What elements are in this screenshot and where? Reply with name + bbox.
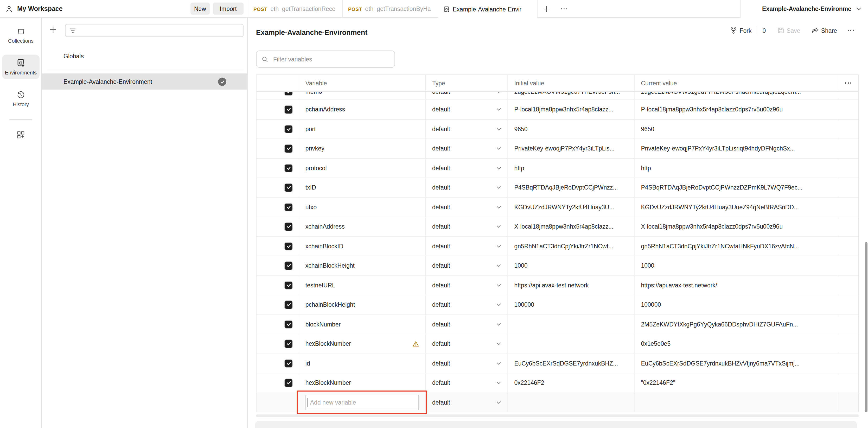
- sidebar-item-history[interactable]: History: [2, 91, 39, 107]
- type-select[interactable]: default: [432, 107, 450, 113]
- variable-name[interactable]: id: [306, 360, 310, 367]
- row-checkbox[interactable]: [285, 164, 292, 172]
- current-value[interactable]: 2M5ZeKWDYfXkgPg6YyQyka66DDsphvDHtZ7GUFAu…: [641, 315, 832, 334]
- row-checkbox[interactable]: [285, 360, 292, 367]
- type-select[interactable]: default: [432, 380, 450, 386]
- variable-name[interactable]: testnetURL: [306, 282, 335, 288]
- current-value[interactable]: https://api.avax-test.network/: [641, 276, 832, 295]
- initial-value[interactable]: X-local18jma8ppw3nhx5r4ap8clazz...: [514, 217, 628, 236]
- variables-filter-box[interactable]: [256, 51, 395, 68]
- new-tab-button[interactable]: [537, 0, 555, 18]
- workspace-switcher[interactable]: My Workspace: [5, 0, 63, 18]
- current-value[interactable]: 1000: [641, 256, 832, 275]
- tab-environment-active[interactable]: Example-Avalanche-Envir: [438, 0, 537, 18]
- current-value[interactable]: PrivateKey-ewoqjP7PxY4yr3iLTpLisriqt94hd…: [641, 139, 832, 158]
- environment-selector[interactable]: Example-Avalanche-Environme: [740, 0, 868, 18]
- row-checkbox[interactable]: [285, 340, 292, 347]
- row-checkbox[interactable]: [285, 106, 292, 113]
- type-select[interactable]: default: [432, 184, 450, 191]
- sidebar-item-environments[interactable]: Environments: [2, 55, 39, 79]
- environment-filter-input[interactable]: [76, 27, 239, 34]
- row-checkbox[interactable]: [285, 92, 292, 95]
- vertical-scrollbar-thumb[interactable]: [865, 242, 867, 412]
- row-checkbox[interactable]: [285, 184, 292, 191]
- current-value[interactable]: P4SBqRTDAqJBjeRoDvptCCjPWnzzDZPmK9L7WQ7F…: [641, 178, 832, 197]
- variable-name[interactable]: xchainBlockID: [306, 243, 343, 249]
- variable-name[interactable]: pchainAddress: [306, 107, 345, 113]
- initial-value[interactable]: https://api.avax-test.network: [514, 276, 628, 295]
- type-select[interactable]: default: [432, 126, 450, 132]
- sidebar-item-collections[interactable]: Collections: [2, 27, 39, 44]
- initial-value[interactable]: [514, 334, 628, 353]
- type-select[interactable]: default: [432, 302, 450, 308]
- current-value[interactable]: KGDvUZzdJRWNYTy2ktU4Huay3UueZ94qNeBfRASn…: [641, 198, 832, 217]
- current-value[interactable]: P-local18jma8ppw3nhx5r4ap8clazz0dps7rv5u…: [641, 100, 832, 119]
- row-checkbox[interactable]: [285, 281, 292, 289]
- type-select[interactable]: default: [432, 92, 450, 95]
- fork-count[interactable]: 0: [762, 27, 766, 34]
- row-checkbox[interactable]: [285, 262, 292, 269]
- initial-value[interactable]: http: [514, 159, 628, 177]
- row-checkbox[interactable]: [285, 145, 292, 152]
- variable-name[interactable]: xchainBlockHeight: [306, 263, 354, 269]
- fork-button[interactable]: Fork: [730, 27, 751, 34]
- current-value[interactable]: "0x22146F2": [641, 373, 832, 392]
- initial-value[interactable]: P-local18jma8ppw3nhx5r4ap8clazz...: [514, 100, 628, 119]
- row-checkbox[interactable]: [285, 203, 292, 211]
- horizontal-scrollbar[interactable]: [256, 415, 859, 417]
- current-value[interactable]: 100000: [641, 295, 832, 314]
- type-select[interactable]: default: [432, 263, 450, 269]
- variable-name[interactable]: privkey: [306, 145, 324, 152]
- table-more-icon[interactable]: [838, 75, 858, 91]
- initial-value[interactable]: P4SBqRTDAqJBjeRoDvptCCjPWnzz...: [514, 178, 628, 197]
- more-options-icon[interactable]: [847, 30, 854, 31]
- variable-name[interactable]: xchainAddress: [306, 224, 345, 230]
- type-select[interactable]: default: [432, 145, 450, 152]
- current-value[interactable]: 2ugecEzMAGVW51geu7THZW5ePshucnntcurdjqfe…: [641, 92, 832, 99]
- type-select[interactable]: default: [432, 224, 450, 230]
- tab-eth-getTransactionReceipt[interactable]: POST eth_getTransactionRece: [248, 0, 343, 18]
- share-button[interactable]: Share: [812, 27, 837, 34]
- variable-name[interactable]: txID: [306, 184, 316, 191]
- row-checkbox[interactable]: [285, 125, 292, 133]
- add-variable-input[interactable]: [306, 395, 419, 410]
- type-select[interactable]: default: [432, 360, 450, 367]
- initial-value[interactable]: 1000: [514, 256, 628, 275]
- save-button[interactable]: Save: [777, 27, 800, 34]
- type-select[interactable]: default: [432, 165, 450, 171]
- tab-eth-getTransactionByHash[interactable]: POST eth_getTransactionByHa: [343, 0, 438, 18]
- current-value[interactable]: X-local18jma8ppw3nhx5r4ap8clazz0dps7rv5u…: [641, 217, 832, 236]
- initial-value[interactable]: 0x22146F2: [514, 373, 628, 392]
- environment-filter-box[interactable]: [65, 24, 244, 37]
- sidebar-item-environment-selected[interactable]: Example-Avalanche-Environment: [42, 74, 247, 90]
- type-select[interactable]: default: [432, 243, 450, 249]
- variable-name[interactable]: protocol: [306, 165, 327, 171]
- initial-value[interactable]: gn5RhN1aCT3dnCpjYkiJtrZr1NCwf...: [514, 237, 628, 256]
- variable-name[interactable]: utxo: [306, 204, 317, 210]
- type-select[interactable]: default: [432, 282, 450, 288]
- variable-name[interactable]: pchainBlockHeight: [306, 302, 355, 308]
- tab-options-icon[interactable]: [555, 0, 573, 18]
- initial-value[interactable]: KGDvUZzdJRWNYTy2ktU4Huay3U...: [514, 198, 628, 217]
- initial-value[interactable]: EuCy6bScEXrSdDGSE7yrdnxukBHZ...: [514, 354, 628, 373]
- type-select[interactable]: default: [432, 204, 450, 210]
- current-value[interactable]: 9650: [641, 119, 832, 139]
- initial-value[interactable]: 9650: [514, 119, 628, 139]
- import-button[interactable]: Import: [213, 3, 244, 15]
- initial-value[interactable]: 2ugecEzMAGVW51geu7THZW5ePsh...: [514, 92, 628, 99]
- row-checkbox[interactable]: [285, 242, 292, 250]
- add-environment-button[interactable]: [50, 26, 57, 33]
- row-checkbox[interactable]: [285, 320, 292, 328]
- variable-name[interactable]: hexBlockNumber: [306, 341, 351, 347]
- variable-name[interactable]: port: [306, 126, 316, 132]
- current-value[interactable]: 0x1e5e0e5: [641, 334, 832, 353]
- current-value[interactable]: http: [641, 159, 832, 177]
- initial-value[interactable]: [514, 315, 628, 334]
- current-value[interactable]: EuCy6bScEXrSdDGSE7yrdnxukBHZvVtjny6ma7VT…: [641, 354, 832, 373]
- type-select[interactable]: default: [432, 341, 450, 347]
- row-checkbox[interactable]: [285, 301, 292, 309]
- variable-name[interactable]: memo: [306, 92, 322, 95]
- configure-sidebar-button[interactable]: [2, 131, 39, 139]
- initial-value[interactable]: 100000: [514, 295, 628, 314]
- sidebar-item-globals[interactable]: Globals: [42, 49, 247, 63]
